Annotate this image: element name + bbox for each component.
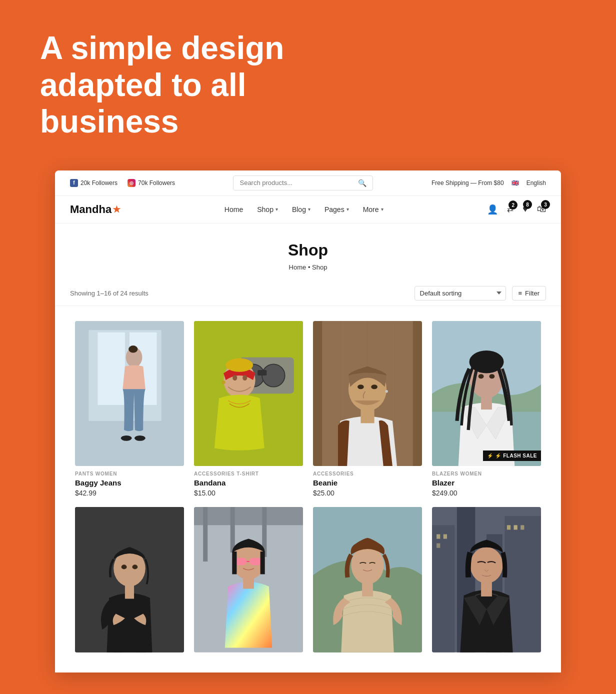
product-card-2[interactable]: ACCESSORIES T-SHIRT Bandana $15.00 — [189, 316, 308, 502]
svg-rect-13 — [258, 370, 266, 376]
svg-rect-39 — [125, 586, 134, 599]
product-cats-4: BLAZERS WOMEN — [432, 471, 541, 476]
svg-rect-65 — [444, 534, 447, 539]
svg-rect-2 — [98, 332, 124, 404]
nav-shop-label: Shop — [257, 206, 274, 214]
product-card-3[interactable]: ACCESSORIES Beanie $25.00 — [308, 316, 427, 502]
blog-chevron: ▾ — [308, 206, 310, 212]
product-cats-2: ACCESSORIES T-SHIRT — [194, 471, 303, 476]
breadcrumb-current: Shop — [312, 264, 327, 271]
product-price-1: $42.99 — [75, 489, 184, 497]
nav-home-label: Home — [224, 206, 243, 214]
hero-title: A simple design adapted to all business — [40, 30, 390, 140]
svg-rect-68 — [514, 526, 518, 530]
nav-more-label: More — [363, 206, 379, 214]
product-price-2: $15.00 — [194, 489, 303, 497]
svg-point-42 — [132, 565, 138, 570]
account-icon-wrap[interactable]: 👤 — [487, 204, 498, 215]
filter-icon: ≡ — [518, 290, 522, 297]
svg-rect-64 — [436, 534, 440, 539]
breadcrumb: Home • Shop — [55, 264, 561, 271]
more-chevron: ▾ — [381, 206, 384, 212]
instagram-followers[interactable]: ◎ 70k Followers — [128, 179, 175, 187]
cart-badge: 3 — [541, 200, 550, 209]
product-image-7 — [313, 507, 422, 652]
svg-rect-44 — [194, 507, 303, 525]
product-cats-3: ACCESSORIES — [313, 471, 422, 476]
wishlist-icon-wrap[interactable]: ♥ 8 — [522, 204, 528, 214]
product-image-1 — [75, 321, 184, 466]
flag-icon: 🇬🇧 — [512, 180, 519, 186]
flash-label: ⚡ FLASH SALE — [495, 453, 537, 458]
search-icon[interactable]: 🔍 — [358, 179, 366, 187]
hero-section: A simple design adapted to all business … — [0, 0, 616, 672]
product-name-4: Blazer — [432, 478, 541, 487]
product-card-4[interactable]: ⚡ ⚡ FLASH SALE BLAZERS WOMEN Blazer $249… — [427, 316, 546, 502]
svg-point-27 — [371, 384, 378, 389]
product-card-1[interactable]: PANTS WOMEN Baggy Jeans $42.99 — [70, 316, 189, 502]
svg-point-6 — [121, 436, 132, 441]
nav-pages[interactable]: Pages ▾ — [324, 206, 349, 214]
svg-rect-51 — [250, 558, 262, 566]
product-name-2: Bandana — [194, 478, 303, 487]
shop-chevron: ▾ — [276, 206, 278, 212]
nav-home[interactable]: Home — [224, 206, 243, 214]
svg-point-18 — [222, 380, 225, 384]
top-bar: f 20k Followers ◎ 70k Followers 🔍 Free S… — [55, 170, 561, 196]
facebook-count: 20k Followers — [80, 180, 118, 186]
navbar: Mandha★ Home Shop ▾ Blog ▾ Pages ▾ — [55, 196, 561, 224]
breadcrumb-home[interactable]: Home — [289, 264, 306, 271]
nav-blog[interactable]: Blog ▾ — [292, 206, 310, 214]
compare-icon-wrap[interactable]: ⇄ 2 — [507, 204, 514, 214]
svg-point-17 — [226, 358, 254, 372]
product-image-8 — [432, 507, 541, 652]
language-text: English — [526, 180, 546, 186]
product-price-4: $249.00 — [432, 489, 541, 497]
search-input[interactable] — [240, 179, 354, 186]
logo-text: Mandha — [70, 203, 112, 216]
product-cats-1: PANTS WOMEN — [75, 471, 184, 476]
facebook-icon: f — [70, 179, 78, 187]
facebook-followers[interactable]: f 20k Followers — [70, 179, 118, 187]
svg-point-16 — [242, 375, 247, 380]
sort-filter: Default sorting Sort by popularity Sort … — [414, 286, 546, 300]
nav-blog-label: Blog — [292, 206, 306, 214]
svg-point-34 — [478, 374, 484, 378]
results-count: Showing 1–16 of 24 results — [70, 290, 148, 297]
cart-icon-wrap[interactable]: 🛍 3 — [537, 204, 546, 214]
svg-rect-60 — [432, 526, 454, 652]
product-card-7[interactable] — [308, 502, 427, 662]
filter-label: Filter — [525, 290, 540, 297]
svg-point-71 — [470, 547, 502, 584]
product-card-5[interactable] — [70, 502, 189, 662]
nav-more[interactable]: More ▾ — [363, 206, 384, 214]
product-name-3: Beanie — [313, 478, 422, 487]
product-card-8[interactable] — [427, 502, 546, 662]
instagram-count: 70k Followers — [138, 180, 175, 186]
product-name-1: Baggy Jeans — [75, 478, 184, 487]
product-image-3 — [313, 321, 422, 466]
sort-select[interactable]: Default sorting Sort by popularity Sort … — [414, 286, 506, 300]
account-icon: 👤 — [487, 204, 498, 214]
svg-rect-70 — [481, 582, 492, 596]
compare-badge: 2 — [508, 200, 518, 210]
filter-button[interactable]: ≡ Filter — [512, 286, 546, 300]
search-bar[interactable]: 🔍 — [233, 176, 373, 190]
logo[interactable]: Mandha★ — [70, 203, 120, 216]
product-card-6[interactable] — [189, 502, 308, 662]
shop-header: Shop Home • Shop — [55, 224, 561, 281]
svg-rect-53 — [232, 552, 236, 574]
instagram-icon: ◎ — [128, 179, 136, 187]
pages-chevron: ▾ — [346, 206, 349, 212]
product-image-2 — [194, 321, 303, 466]
browser-window: f 20k Followers ◎ 70k Followers 🔍 Free S… — [55, 170, 561, 672]
svg-rect-54 — [260, 552, 265, 574]
nav-icons: 👤 ⇄ 2 ♥ 8 🛍 3 — [487, 204, 546, 215]
product-price-3: $25.00 — [313, 489, 422, 497]
nav-pages-label: Pages — [324, 206, 344, 214]
svg-rect-67 — [507, 526, 510, 530]
nav-shop[interactable]: Shop ▾ — [257, 206, 278, 214]
social-links: f 20k Followers ◎ 70k Followers — [70, 179, 175, 187]
product-image-6 — [194, 507, 303, 652]
svg-rect-46 — [230, 507, 235, 552]
